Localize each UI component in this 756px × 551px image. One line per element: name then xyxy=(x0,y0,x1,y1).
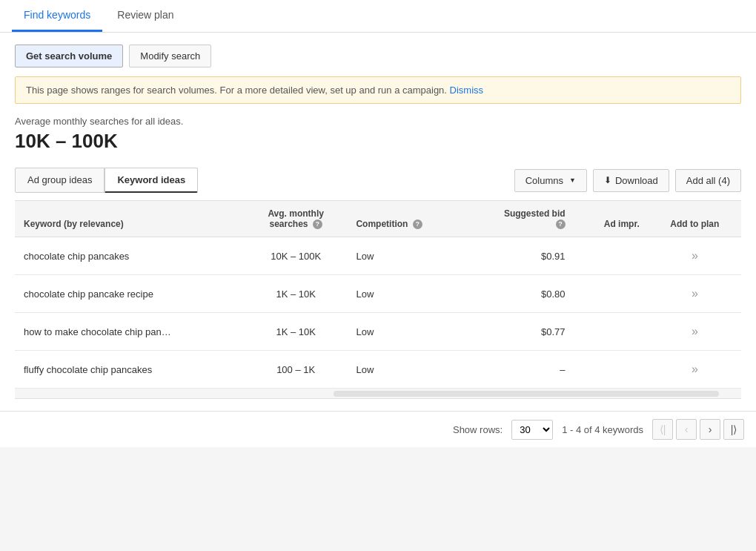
dismiss-link[interactable]: Dismiss xyxy=(450,85,484,96)
prev-page-button[interactable]: ‹ xyxy=(676,419,697,440)
cell-add-to-plan[interactable]: » xyxy=(649,313,741,351)
cell-avg-monthly: 1K – 10K xyxy=(245,275,348,313)
cell-add-to-plan[interactable]: » xyxy=(649,351,741,389)
suggested-bid-help-icon[interactable]: ? xyxy=(556,220,566,229)
tab-keyword-ideas[interactable]: Keyword ideas xyxy=(105,168,198,193)
cell-ad-impr xyxy=(574,237,649,275)
tab-find-keywords[interactable]: Find keywords xyxy=(12,0,102,32)
cell-avg-monthly: 100 – 1K xyxy=(245,351,348,389)
idea-tabs: Ad group ideas Keyword ideas xyxy=(15,168,198,193)
cell-competition: Low xyxy=(347,275,464,313)
stats-value: 10K – 100K xyxy=(15,130,741,153)
add-to-plan-button[interactable]: » xyxy=(692,287,698,300)
pagination-info: 1 - 4 of 4 keywords xyxy=(562,424,643,435)
ideas-toolbar: Ad group ideas Keyword ideas Columns ▼ ⬇… xyxy=(15,168,741,200)
pagination-buttons: ⟨| ‹ › |⟩ xyxy=(652,419,744,440)
cell-suggested-bid: $0.91 xyxy=(464,237,574,275)
table-header-row: Keyword (by relevance) Avg. monthlysearc… xyxy=(15,201,741,237)
table-row: fluffy chocolate chip pancakes100 – 1KLo… xyxy=(15,351,741,389)
table-row: chocolate chip pancake recipe1K – 10KLow… xyxy=(15,275,741,313)
competition-help-icon[interactable]: ? xyxy=(413,220,422,229)
notice-text: This page shows ranges for search volume… xyxy=(26,85,447,96)
tab-review-plan[interactable]: Review plan xyxy=(105,0,185,32)
header-add-to-plan: Add to plan xyxy=(649,201,741,237)
header-suggested-bid: Suggested bid ? xyxy=(464,201,574,237)
cell-suggested-bid: $0.77 xyxy=(464,313,574,351)
columns-button[interactable]: Columns ▼ xyxy=(514,169,587,192)
get-search-volume-button[interactable]: Get search volume xyxy=(15,44,123,67)
download-label: Download xyxy=(615,175,658,186)
cell-avg-monthly: 1K – 10K xyxy=(245,313,348,351)
cell-competition: Low xyxy=(347,351,464,389)
toolbar-right: Columns ▼ ⬇ Download Add all (4) xyxy=(514,169,741,192)
header-keyword: Keyword (by relevance) xyxy=(15,201,245,237)
cell-keyword: chocolate chip pancake recipe xyxy=(15,275,245,313)
cell-suggested-bid: – xyxy=(464,351,574,389)
notice-bar: This page shows ranges for search volume… xyxy=(15,76,741,104)
add-all-button[interactable]: Add all (4) xyxy=(675,169,741,192)
next-page-button[interactable]: › xyxy=(700,419,720,440)
tab-ad-group-ideas[interactable]: Ad group ideas xyxy=(15,168,105,193)
table-row: chocolate chip pancakes10K – 100KLow$0.9… xyxy=(15,237,741,275)
sub-button-row: Get search volume Modify search xyxy=(15,44,741,67)
top-navigation: Find keywords Review plan xyxy=(0,0,756,33)
header-avg-monthly: Avg. monthlysearches ? xyxy=(245,201,348,237)
cell-ad-impr xyxy=(574,275,649,313)
add-to-plan-button[interactable]: » xyxy=(692,363,698,375)
cell-keyword: chocolate chip pancakes xyxy=(15,237,245,275)
last-page-button[interactable]: |⟩ xyxy=(723,419,744,440)
columns-arrow-icon: ▼ xyxy=(569,176,576,184)
cell-keyword: how to make chocolate chip pan… xyxy=(15,313,245,351)
table-row: how to make chocolate chip pan…1K – 10KL… xyxy=(15,313,741,351)
header-ad-impr: Ad impr. xyxy=(574,201,649,237)
first-page-button[interactable]: ⟨| xyxy=(652,419,673,440)
cell-ad-impr xyxy=(574,313,649,351)
cell-competition: Low xyxy=(347,313,464,351)
cell-avg-monthly: 10K – 100K xyxy=(245,237,348,275)
show-rows-label: Show rows: xyxy=(453,424,503,435)
header-competition: Competition ? xyxy=(347,201,464,237)
main-content: Get search volume Modify search This pag… xyxy=(0,33,756,411)
rows-per-page-select[interactable]: 30 50 100 xyxy=(511,420,553,440)
cell-keyword: fluffy chocolate chip pancakes xyxy=(15,351,245,389)
cell-add-to-plan[interactable]: » xyxy=(649,275,741,313)
download-button[interactable]: ⬇ Download xyxy=(593,169,669,192)
keywords-table: Keyword (by relevance) Avg. monthlysearc… xyxy=(15,200,741,389)
cell-ad-impr xyxy=(574,351,649,389)
download-icon: ⬇ xyxy=(604,175,611,185)
scrollbar-track xyxy=(334,391,719,397)
horizontal-scrollbar[interactable] xyxy=(15,389,741,399)
stats-section: Average monthly searches for all ideas. … xyxy=(15,116,741,153)
columns-label: Columns xyxy=(525,175,563,186)
add-to-plan-button[interactable]: » xyxy=(692,249,698,262)
pagination-bar: Show rows: 30 50 100 1 - 4 of 4 keywords… xyxy=(0,411,756,447)
stats-label: Average monthly searches for all ideas. xyxy=(15,116,741,127)
cell-suggested-bid: $0.80 xyxy=(464,275,574,313)
avg-monthly-help-icon[interactable]: ? xyxy=(313,220,322,229)
cell-add-to-plan[interactable]: » xyxy=(649,237,741,275)
cell-competition: Low xyxy=(347,237,464,275)
modify-search-button[interactable]: Modify search xyxy=(129,44,211,67)
add-to-plan-button[interactable]: » xyxy=(692,325,698,337)
